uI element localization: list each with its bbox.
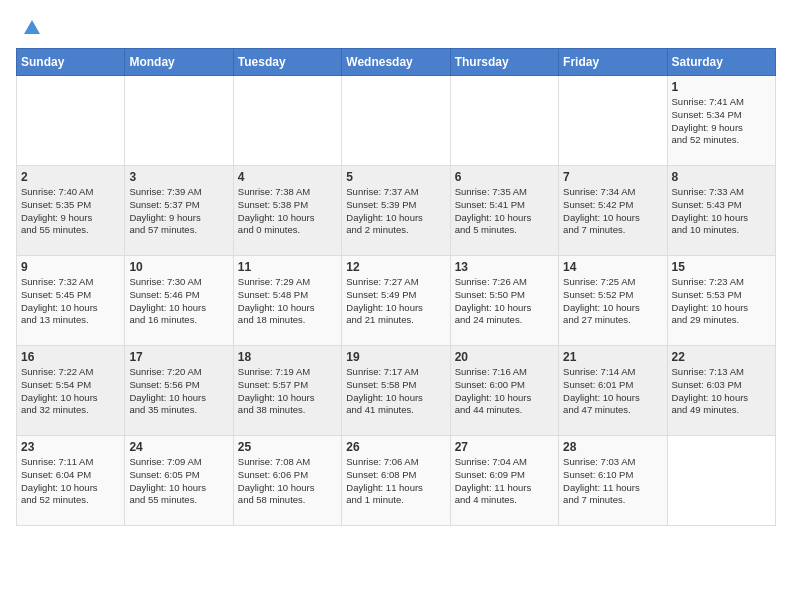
day-info: Sunrise: 7:09 AM Sunset: 6:05 PM Dayligh… <box>129 456 228 507</box>
day-info: Sunrise: 7:33 AM Sunset: 5:43 PM Dayligh… <box>672 186 771 237</box>
day-info: Sunrise: 7:20 AM Sunset: 5:56 PM Dayligh… <box>129 366 228 417</box>
calendar-header-saturday: Saturday <box>667 49 775 76</box>
calendar-cell: 15Sunrise: 7:23 AM Sunset: 5:53 PM Dayli… <box>667 256 775 346</box>
day-info: Sunrise: 7:32 AM Sunset: 5:45 PM Dayligh… <box>21 276 120 327</box>
calendar-cell: 18Sunrise: 7:19 AM Sunset: 5:57 PM Dayli… <box>233 346 341 436</box>
calendar-table: SundayMondayTuesdayWednesdayThursdayFrid… <box>16 48 776 526</box>
calendar-cell <box>667 436 775 526</box>
calendar-cell <box>342 76 450 166</box>
page-header <box>16 16 776 40</box>
calendar-cell: 23Sunrise: 7:11 AM Sunset: 6:04 PM Dayli… <box>17 436 125 526</box>
calendar-cell: 20Sunrise: 7:16 AM Sunset: 6:00 PM Dayli… <box>450 346 558 436</box>
calendar-cell: 1Sunrise: 7:41 AM Sunset: 5:34 PM Daylig… <box>667 76 775 166</box>
day-number: 12 <box>346 260 445 274</box>
calendar-header-wednesday: Wednesday <box>342 49 450 76</box>
calendar-cell: 13Sunrise: 7:26 AM Sunset: 5:50 PM Dayli… <box>450 256 558 346</box>
calendar-week-row: 1Sunrise: 7:41 AM Sunset: 5:34 PM Daylig… <box>17 76 776 166</box>
calendar-week-row: 9Sunrise: 7:32 AM Sunset: 5:45 PM Daylig… <box>17 256 776 346</box>
day-number: 19 <box>346 350 445 364</box>
day-number: 15 <box>672 260 771 274</box>
day-info: Sunrise: 7:14 AM Sunset: 6:01 PM Dayligh… <box>563 366 662 417</box>
day-number: 14 <box>563 260 662 274</box>
calendar-cell: 2Sunrise: 7:40 AM Sunset: 5:35 PM Daylig… <box>17 166 125 256</box>
calendar-cell: 24Sunrise: 7:09 AM Sunset: 6:05 PM Dayli… <box>125 436 233 526</box>
day-info: Sunrise: 7:08 AM Sunset: 6:06 PM Dayligh… <box>238 456 337 507</box>
calendar-cell <box>233 76 341 166</box>
day-number: 17 <box>129 350 228 364</box>
calendar-cell: 5Sunrise: 7:37 AM Sunset: 5:39 PM Daylig… <box>342 166 450 256</box>
day-number: 5 <box>346 170 445 184</box>
calendar-cell: 19Sunrise: 7:17 AM Sunset: 5:58 PM Dayli… <box>342 346 450 436</box>
day-number: 9 <box>21 260 120 274</box>
calendar-cell: 27Sunrise: 7:04 AM Sunset: 6:09 PM Dayli… <box>450 436 558 526</box>
day-info: Sunrise: 7:13 AM Sunset: 6:03 PM Dayligh… <box>672 366 771 417</box>
day-info: Sunrise: 7:35 AM Sunset: 5:41 PM Dayligh… <box>455 186 554 237</box>
day-info: Sunrise: 7:26 AM Sunset: 5:50 PM Dayligh… <box>455 276 554 327</box>
day-info: Sunrise: 7:34 AM Sunset: 5:42 PM Dayligh… <box>563 186 662 237</box>
calendar-cell: 17Sunrise: 7:20 AM Sunset: 5:56 PM Dayli… <box>125 346 233 436</box>
calendar-header-monday: Monday <box>125 49 233 76</box>
day-number: 6 <box>455 170 554 184</box>
svg-marker-0 <box>24 20 40 34</box>
calendar-week-row: 2Sunrise: 7:40 AM Sunset: 5:35 PM Daylig… <box>17 166 776 256</box>
calendar-header-tuesday: Tuesday <box>233 49 341 76</box>
calendar-cell: 6Sunrise: 7:35 AM Sunset: 5:41 PM Daylig… <box>450 166 558 256</box>
calendar-cell: 28Sunrise: 7:03 AM Sunset: 6:10 PM Dayli… <box>559 436 667 526</box>
day-number: 20 <box>455 350 554 364</box>
calendar-week-row: 23Sunrise: 7:11 AM Sunset: 6:04 PM Dayli… <box>17 436 776 526</box>
day-number: 4 <box>238 170 337 184</box>
day-number: 25 <box>238 440 337 454</box>
calendar-cell: 22Sunrise: 7:13 AM Sunset: 6:03 PM Dayli… <box>667 346 775 436</box>
day-number: 11 <box>238 260 337 274</box>
calendar-cell: 14Sunrise: 7:25 AM Sunset: 5:52 PM Dayli… <box>559 256 667 346</box>
day-number: 23 <box>21 440 120 454</box>
day-number: 2 <box>21 170 120 184</box>
day-info: Sunrise: 7:03 AM Sunset: 6:10 PM Dayligh… <box>563 456 662 507</box>
day-info: Sunrise: 7:11 AM Sunset: 6:04 PM Dayligh… <box>21 456 120 507</box>
day-info: Sunrise: 7:06 AM Sunset: 6:08 PM Dayligh… <box>346 456 445 507</box>
day-info: Sunrise: 7:17 AM Sunset: 5:58 PM Dayligh… <box>346 366 445 417</box>
day-info: Sunrise: 7:16 AM Sunset: 6:00 PM Dayligh… <box>455 366 554 417</box>
day-info: Sunrise: 7:04 AM Sunset: 6:09 PM Dayligh… <box>455 456 554 507</box>
calendar-week-row: 16Sunrise: 7:22 AM Sunset: 5:54 PM Dayli… <box>17 346 776 436</box>
day-number: 3 <box>129 170 228 184</box>
calendar-cell: 21Sunrise: 7:14 AM Sunset: 6:01 PM Dayli… <box>559 346 667 436</box>
day-number: 18 <box>238 350 337 364</box>
logo-icon <box>20 16 44 40</box>
day-number: 16 <box>21 350 120 364</box>
calendar-header-thursday: Thursday <box>450 49 558 76</box>
day-number: 24 <box>129 440 228 454</box>
day-number: 10 <box>129 260 228 274</box>
day-number: 28 <box>563 440 662 454</box>
calendar-cell <box>450 76 558 166</box>
calendar-cell: 11Sunrise: 7:29 AM Sunset: 5:48 PM Dayli… <box>233 256 341 346</box>
day-number: 8 <box>672 170 771 184</box>
calendar-header-friday: Friday <box>559 49 667 76</box>
day-number: 21 <box>563 350 662 364</box>
day-number: 7 <box>563 170 662 184</box>
day-info: Sunrise: 7:29 AM Sunset: 5:48 PM Dayligh… <box>238 276 337 327</box>
calendar-header-row: SundayMondayTuesdayWednesdayThursdayFrid… <box>17 49 776 76</box>
day-info: Sunrise: 7:19 AM Sunset: 5:57 PM Dayligh… <box>238 366 337 417</box>
calendar-cell: 9Sunrise: 7:32 AM Sunset: 5:45 PM Daylig… <box>17 256 125 346</box>
day-number: 26 <box>346 440 445 454</box>
day-info: Sunrise: 7:27 AM Sunset: 5:49 PM Dayligh… <box>346 276 445 327</box>
calendar-cell: 16Sunrise: 7:22 AM Sunset: 5:54 PM Dayli… <box>17 346 125 436</box>
day-info: Sunrise: 7:40 AM Sunset: 5:35 PM Dayligh… <box>21 186 120 237</box>
calendar-cell: 8Sunrise: 7:33 AM Sunset: 5:43 PM Daylig… <box>667 166 775 256</box>
calendar-cell <box>125 76 233 166</box>
day-number: 27 <box>455 440 554 454</box>
day-info: Sunrise: 7:30 AM Sunset: 5:46 PM Dayligh… <box>129 276 228 327</box>
day-number: 13 <box>455 260 554 274</box>
calendar-cell: 3Sunrise: 7:39 AM Sunset: 5:37 PM Daylig… <box>125 166 233 256</box>
day-number: 22 <box>672 350 771 364</box>
day-info: Sunrise: 7:25 AM Sunset: 5:52 PM Dayligh… <box>563 276 662 327</box>
logo <box>16 16 44 40</box>
day-info: Sunrise: 7:37 AM Sunset: 5:39 PM Dayligh… <box>346 186 445 237</box>
day-info: Sunrise: 7:38 AM Sunset: 5:38 PM Dayligh… <box>238 186 337 237</box>
calendar-cell: 4Sunrise: 7:38 AM Sunset: 5:38 PM Daylig… <box>233 166 341 256</box>
day-number: 1 <box>672 80 771 94</box>
calendar-cell: 12Sunrise: 7:27 AM Sunset: 5:49 PM Dayli… <box>342 256 450 346</box>
day-info: Sunrise: 7:23 AM Sunset: 5:53 PM Dayligh… <box>672 276 771 327</box>
calendar-header-sunday: Sunday <box>17 49 125 76</box>
